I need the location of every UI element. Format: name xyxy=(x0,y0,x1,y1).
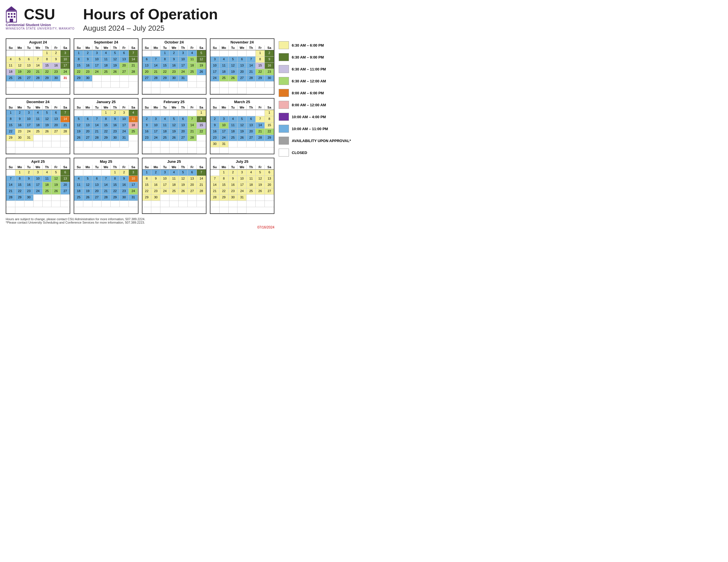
cal-header-sep: SuMoTuWeThFrSa xyxy=(74,45,138,50)
cal-title-dec: December 24 xyxy=(6,99,70,105)
calendar-row-2: December 24 SuMoTuWeThFrSa 1 2 3 4 5 6 7… xyxy=(6,98,274,154)
title-area: Hours of Operation August 2024 – July 20… xyxy=(83,6,218,33)
cal-title-oct: October 24 xyxy=(142,39,206,45)
mankato-label: MINNESOTA STATE UNIVERSITY, MANKATO xyxy=(6,27,75,30)
subtitle: August 2024 – July 2025 xyxy=(83,24,218,33)
footer-date: 07/16/2024 xyxy=(6,225,274,229)
cal-header-may: SuMoTuWeThFrSa xyxy=(74,165,138,170)
svg-rect-4 xyxy=(8,16,10,18)
cal-body-dec: 1 2 3 4 5 6 7 8 9 10 11 12 13 14 15 16 1 xyxy=(6,110,70,154)
legend-label-light-green: 6:30 AM – 12:00 AM xyxy=(292,79,326,83)
cal-header-dec: SuMoTuWeThFrSa xyxy=(6,105,70,110)
legend-item-blue: 10:00 AM – 11:00 PM xyxy=(279,125,358,133)
svg-rect-6 xyxy=(14,16,15,18)
cal-body-aug: 1 2 3 4 5 6 7 8 9 10 11 12 13 14 15 16 1 xyxy=(6,50,70,88)
cal-body-apr: 1 2 3 4 5 6 7 8 9 10 11 12 13 14 15 16 xyxy=(6,170,70,214)
csu-logo-icon xyxy=(6,6,23,23)
footer-line1: Hours are subject to change, please cont… xyxy=(6,217,274,221)
day-su: Su xyxy=(6,45,15,50)
cal-body-may: 1 2 3 4 5 6 7 8 9 10 11 12 13 14 15 16 1 xyxy=(74,170,138,207)
cal-header-mar: SuMoTuWeThFrSa xyxy=(210,105,274,110)
main-content: August 24 Su Mo Tu We Th Fr Sa 1 2 xyxy=(6,38,358,229)
cal-body-nov: 1 2 3 4 5 6 7 8 9 10 11 12 13 14 15 16 1 xyxy=(210,50,274,94)
legend-swatch-light-green xyxy=(279,77,289,85)
page-header: CSU Centennial Student Union MINNESOTA S… xyxy=(6,6,358,33)
calendar-june-25: June 25 SuMoTuWeThFrSa 1 2 3 4 5 6 7 8 9… xyxy=(142,158,206,214)
calendar-february-25: February 25 SuMoTuWeThFrSa 1 2 3 4 5 xyxy=(142,98,206,154)
legend-label-gray: AVAILABILITY UPON APPROVAL* xyxy=(292,139,351,143)
cal-title-apr: April 25 xyxy=(6,158,70,165)
legend-area: 6:30 AM – 6:00 PM 6:30 AM – 9:00 PM 6:30… xyxy=(279,38,358,229)
cal-body-jun: 1 2 3 4 5 6 7 8 9 10 11 12 13 14 15 16 1 xyxy=(142,170,206,214)
cal-header-aug: Su Mo Tu We Th Fr Sa xyxy=(6,45,70,50)
cal-body-oct: 1 2 3 4 5 6 7 8 9 10 11 12 13 14 15 16 1 xyxy=(142,50,206,94)
cal-body-sep: 1 2 3 4 5 6 7 8 9 10 11 12 13 14 15 16 1 xyxy=(74,50,138,88)
svg-marker-8 xyxy=(6,6,17,11)
cal-title-nov: November 24 xyxy=(210,39,274,45)
legend-item-dark-green: 6:30 AM – 9:00 PM xyxy=(279,53,358,61)
svg-rect-2 xyxy=(11,13,13,15)
day-tu: Tu xyxy=(24,45,34,50)
cal-header-jul: SuMoTuWeThFrSa xyxy=(210,165,274,170)
legend-swatch-yellow xyxy=(279,41,289,49)
legend-swatch-pink xyxy=(279,101,289,109)
legend-swatch-lavender xyxy=(279,65,289,73)
calendar-september-24: September 24 SuMoTuWeThFrSa 1 2 3 4 5 6 … xyxy=(74,38,138,95)
cal-title-jan: January 25 xyxy=(74,99,138,105)
legend-item-light-green: 6:30 AM – 12:00 AM xyxy=(279,77,358,85)
cal-body-mar: 1 2 3 4 5 6 7 8 9 10 11 12 13 14 15 16 1 xyxy=(210,110,274,154)
legend-swatch-gray xyxy=(279,137,289,145)
cal-header-feb: SuMoTuWeThFrSa xyxy=(142,105,206,110)
cal-body-jan: 1 2 3 4 5 6 7 8 9 10 11 12 13 14 15 16 1 xyxy=(74,110,138,148)
svg-rect-3 xyxy=(14,13,15,15)
cal-body-jul: 1 2 3 4 5 6 7 8 9 10 11 12 13 14 15 16 1 xyxy=(210,170,274,214)
legend-label-yellow: 6:30 AM – 6:00 PM xyxy=(292,43,324,47)
calendar-january-25: January 25 SuMoTuWeThFrSa 1 2 3 4 5 6 7 … xyxy=(74,98,138,154)
legend-item-orange: 8:00 AM – 6:00 PM xyxy=(279,89,358,97)
legend-swatch-dark-green xyxy=(279,53,289,61)
logo-area: CSU Centennial Student Union MINNESOTA S… xyxy=(6,6,75,30)
legend-item-yellow: 6:30 AM – 6:00 PM xyxy=(279,41,358,49)
cal-title-aug: August 24 xyxy=(6,39,70,45)
cal-title-may: May 25 xyxy=(74,158,138,165)
legend-item-gray: AVAILABILITY UPON APPROVAL* xyxy=(279,137,358,145)
legend-item-lavender: 6:30 AM – 11:00 PM xyxy=(279,65,358,73)
legend-label-purple: 10:00 AM – 4:00 PM xyxy=(292,115,326,119)
svg-rect-1 xyxy=(8,13,10,15)
cal-title-jul: July 25 xyxy=(210,158,274,165)
main-title: Hours of Operation xyxy=(83,6,218,23)
legend-label-pink: 8:00 AM – 12:00 AM xyxy=(292,103,326,107)
day-we: We xyxy=(34,45,43,50)
cal-header-oct: SuMoTuWeThFrSa xyxy=(142,45,206,50)
legend-swatch-purple xyxy=(279,113,289,121)
calendar-march-25: March 25 SuMoTuWeThFrSa 1 2 3 4 5 6 xyxy=(210,98,274,154)
legend-item-purple: 10:00 AM – 4:00 PM xyxy=(279,113,358,121)
day-th: Th xyxy=(43,45,52,50)
legend-label-orange: 8:00 AM – 6:00 PM xyxy=(292,91,324,95)
legend-label-white: CLOSED xyxy=(292,151,307,155)
day-fr: Fr xyxy=(51,45,61,50)
day-mo: Mo xyxy=(15,45,24,50)
legend-item-pink: 8:00 AM – 12:00 AM xyxy=(279,101,358,109)
legend-label-dark-green: 6:30 AM – 9:00 PM xyxy=(292,55,324,59)
legend-label-blue: 10:00 AM – 11:00 PM xyxy=(292,127,328,131)
legend-item-white: CLOSED xyxy=(279,149,358,157)
calendar-april-25: April 25 SuMoTuWeThFrSa 1 2 3 4 5 6 7 8 … xyxy=(6,158,70,214)
calendar-october-24: October 24 SuMoTuWeThFrSa 1 2 3 4 5 6 7 … xyxy=(142,38,206,95)
cal-body-feb: 1 2 3 4 5 6 7 8 9 10 11 12 13 14 15 16 1 xyxy=(142,110,206,154)
cal-header-jan: SuMoTuWeThFrSa xyxy=(74,105,138,110)
legend-swatch-orange xyxy=(279,89,289,97)
svg-rect-5 xyxy=(11,16,13,18)
calendar-row-1: August 24 Su Mo Tu We Th Fr Sa 1 2 xyxy=(6,38,274,95)
legend-swatch-white xyxy=(279,149,289,157)
calendar-november-24: November 24 SuMoTuWeThFrSa 1 2 3 4 5 6 xyxy=(210,38,274,95)
svg-rect-7 xyxy=(10,19,13,22)
cal-title-jun: June 25 xyxy=(142,158,206,165)
calendar-december-24: December 24 SuMoTuWeThFrSa 1 2 3 4 5 6 7… xyxy=(6,98,70,154)
day-sa: Sa xyxy=(61,45,70,50)
centennial-label: Centennial Student Union xyxy=(6,23,75,27)
calendars-area: August 24 Su Mo Tu We Th Fr Sa 1 2 xyxy=(6,38,274,229)
calendar-august-24: August 24 Su Mo Tu We Th Fr Sa 1 2 xyxy=(6,38,70,95)
calendar-may-25: May 25 SuMoTuWeThFrSa 1 2 3 4 5 6 7 8 xyxy=(74,158,138,214)
footer: Hours are subject to change, please cont… xyxy=(6,217,274,229)
